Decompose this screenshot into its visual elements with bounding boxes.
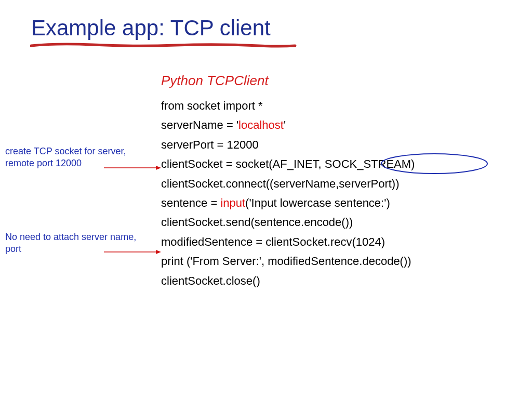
- code-line-6: sentence = input('Input lowercase senten…: [161, 193, 415, 212]
- title-underline: [30, 42, 300, 51]
- svg-marker-3: [156, 250, 161, 254]
- sock-stream-circle: [377, 151, 491, 177]
- svg-point-4: [381, 154, 487, 174]
- svg-marker-1: [156, 166, 161, 170]
- code-block: from socket import * serverName = 'local…: [161, 96, 415, 290]
- highlighted-input: input: [220, 196, 245, 209]
- arrow-to-send-line: [104, 248, 162, 256]
- code-subtitle: Python TCPClient: [161, 73, 269, 89]
- code-line-8: modifiedSentence = clientSocket.recv(102…: [161, 232, 415, 251]
- code-line-2: serverName = 'localhost': [161, 115, 415, 135]
- highlighted-localhost: localhost: [238, 118, 284, 131]
- code-line-1: from socket import *: [161, 96, 415, 115]
- code-line-9: print ('From Server:', modifiedSentence.…: [161, 251, 415, 271]
- arrow-to-socket-line: [104, 164, 162, 171]
- code-line-5: clientSocket.connect((serverName,serverP…: [161, 174, 415, 193]
- code-line-10: clientSocket.close(): [161, 271, 415, 290]
- code-line-7: clientSocket.send(sentence.encode()): [161, 212, 415, 232]
- slide-title: Example app: TCP client: [31, 16, 271, 41]
